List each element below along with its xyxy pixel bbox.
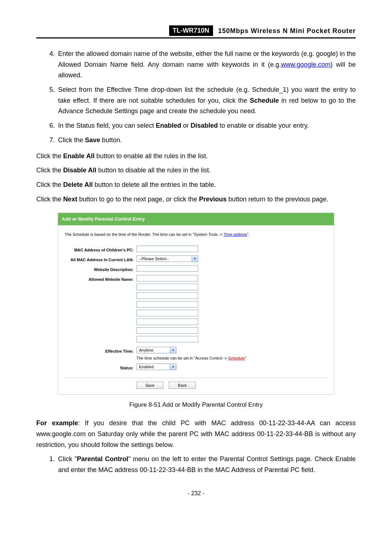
chevron-down-icon xyxy=(170,364,176,370)
chevron-down-icon xyxy=(192,256,198,262)
step-4: Enter the allowed domain name of the web… xyxy=(57,49,356,81)
step-5: Select from the Effective Time drop-down… xyxy=(57,85,356,117)
row-mac-child: MAC Address of Children's PC: xyxy=(65,246,327,253)
select-eff-time[interactable]: Anytime xyxy=(136,347,176,353)
figure-title-bar: Add or Modify Parental Control Entry xyxy=(58,213,334,225)
ex1-a: Click " xyxy=(58,455,77,463)
figure-body: The Schedule is based on the time of the… xyxy=(58,225,334,394)
row-web-desc: Website Description: xyxy=(65,265,327,273)
enable-all-a: Click the xyxy=(36,152,63,160)
figure-schedule-note: The Schedule is based on the time of the… xyxy=(65,231,327,238)
disable-all-a: Click the xyxy=(36,167,63,174)
step-6: In the Status field, you can select Enab… xyxy=(57,120,356,131)
delete-all-a: Click the xyxy=(36,181,63,188)
row-eff-time: Effective Time: Anytime The time schedul… xyxy=(65,347,327,361)
header-title: 150Mbps Wireless N Mini Pocket Router xyxy=(218,27,356,35)
disable-all-para: Click the Disable All button to disable … xyxy=(36,165,356,176)
row-status: Status: Enabled xyxy=(65,364,327,371)
back-button[interactable]: Back xyxy=(169,382,196,389)
step-6-text-b: to enable or disable your entry. xyxy=(218,122,309,129)
select-all-mac[interactable]: --Please Select-- xyxy=(136,255,198,262)
example-steps: Click "Parental Control" menu on the lef… xyxy=(36,454,356,475)
select-status-value: Enabled xyxy=(137,364,156,370)
row-allowed-name: Allowed Website Name: xyxy=(65,275,327,345)
google-link[interactable]: www.google.com xyxy=(281,61,330,68)
disable-all-b: button to disable all the rules in the l… xyxy=(96,167,211,174)
example-step-1: Click "Parental Control" menu on the lef… xyxy=(57,454,356,475)
eff-note-b: " xyxy=(245,356,246,360)
label-status: Status: xyxy=(65,364,136,371)
for-example-bold: For example xyxy=(36,419,78,427)
figure-parental-control-form: Add or Modify Parental Control Entry The… xyxy=(58,213,334,395)
label-allowed-name: Allowed Website Name: xyxy=(65,275,136,283)
step-7: Click the Save button. xyxy=(57,135,356,146)
enable-all-para: Click the Enable All button to enable al… xyxy=(36,151,356,162)
enabled-bold: Enabled xyxy=(156,122,181,129)
input-allowed-3[interactable] xyxy=(136,292,198,299)
body-content: Enter the allowed domain name of the web… xyxy=(36,49,356,476)
input-web-desc[interactable] xyxy=(136,265,198,272)
chevron-down-icon xyxy=(170,347,176,353)
next-a: Click the xyxy=(36,196,63,203)
input-allowed-5[interactable] xyxy=(136,310,198,316)
input-allowed-1[interactable] xyxy=(136,275,198,282)
schedule-bold: Schedule xyxy=(250,97,279,104)
instruction-list: Enter the allowed domain name of the web… xyxy=(36,49,356,146)
model-badge: TL-WR710N xyxy=(169,25,213,36)
fig-note-a: The Schedule is based on the time of the… xyxy=(65,232,224,237)
schedule-link[interactable]: Schedule xyxy=(228,356,245,360)
figure-caption: Figure 8-51 Add or Modify Parental Contr… xyxy=(36,400,356,410)
save-bold: Save xyxy=(85,136,100,144)
step-6-mid: or xyxy=(181,122,191,129)
step-7-text-b: button. xyxy=(100,136,122,144)
example-text: : If you desire that the child PC with M… xyxy=(36,419,356,448)
label-all-mac: All MAC Address In Current LAN: xyxy=(65,255,136,263)
input-allowed-6[interactable] xyxy=(136,319,198,325)
example-para: For example: If you desire that the chil… xyxy=(36,418,356,450)
step-7-text-a: Click the xyxy=(58,136,85,144)
eff-time-note: The time schedule can be set in "Access … xyxy=(136,355,327,361)
input-mac-child[interactable] xyxy=(136,246,198,252)
delete-all-bold: Delete All xyxy=(63,181,93,188)
next-prev-para: Click the Next button to go to the next … xyxy=(36,194,356,205)
input-allowed-7[interactable] xyxy=(136,327,198,334)
next-bold: Next xyxy=(63,196,77,203)
input-allowed-2[interactable] xyxy=(136,284,198,290)
row-all-mac: All MAC Address In Current LAN: --Please… xyxy=(65,255,327,263)
allowed-name-stack xyxy=(136,275,327,345)
disabled-bold: Disabled xyxy=(191,122,218,129)
label-web-desc: Website Description: xyxy=(65,265,136,273)
select-all-mac-value: --Please Select-- xyxy=(137,255,171,262)
delete-all-para: Click the Delete All button to delete al… xyxy=(36,180,356,190)
disable-all-bold: Disable All xyxy=(63,167,96,174)
document-page: TL-WR710N 150Mbps Wireless N Mini Pocket… xyxy=(0,0,392,554)
input-allowed-4[interactable] xyxy=(136,301,198,308)
fig-note-b: ". xyxy=(247,232,250,237)
label-mac-child: MAC Address of Children's PC: xyxy=(65,246,136,253)
delete-all-b: button to delete all the entries in the … xyxy=(93,181,216,188)
step-6-text-a: In the Status field, you can select xyxy=(58,122,156,129)
enable-all-bold: Enable All xyxy=(63,152,94,160)
eff-note-a: The time schedule can be set in "Access … xyxy=(136,356,228,360)
next-b: button return to the previous page. xyxy=(226,196,328,203)
figure-button-row: Save Back xyxy=(65,378,327,389)
parental-control-bold: Parental Control xyxy=(77,455,128,463)
select-eff-time-value: Anytime xyxy=(137,347,156,353)
previous-bold: Previous xyxy=(199,196,226,203)
save-button[interactable]: Save xyxy=(136,382,163,389)
next-mid: button to go to the next page, or click … xyxy=(77,196,199,203)
input-allowed-8[interactable] xyxy=(136,336,198,342)
select-status[interactable]: Enabled xyxy=(136,364,176,370)
page-number: - 232 - xyxy=(36,490,356,497)
enable-all-b: button to enable all the rules in the li… xyxy=(94,152,208,160)
page-header: TL-WR710N 150Mbps Wireless N Mini Pocket… xyxy=(36,25,356,38)
label-eff-time: Effective Time: xyxy=(65,347,136,354)
time-settings-link[interactable]: Time settings xyxy=(224,232,247,237)
